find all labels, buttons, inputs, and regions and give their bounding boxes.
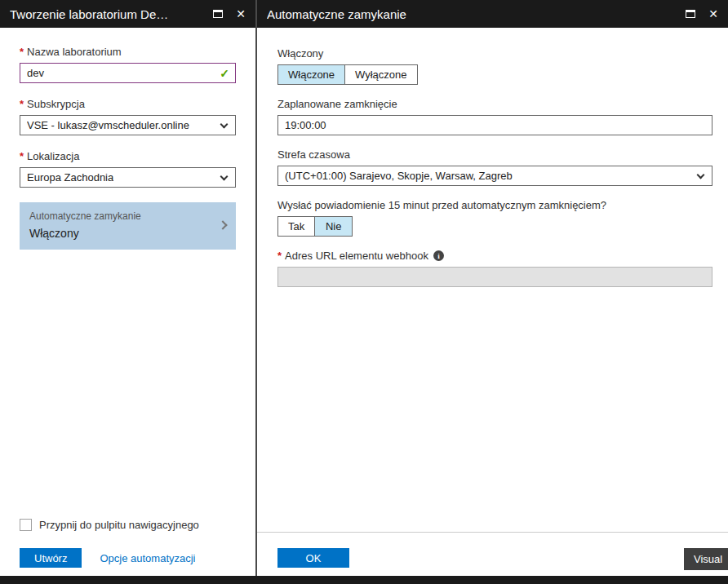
close-icon[interactable]: ✕ — [236, 8, 246, 20]
subscription-select[interactable]: VSE - lukasz@vmscheduler.online — [20, 115, 236, 135]
chevron-down-icon — [697, 171, 705, 179]
notification-label: Wysłać powiadomienie 15 minut przed auto… — [277, 199, 712, 211]
enabled-option-on[interactable]: Włączone — [277, 64, 345, 85]
enabled-group: Włączony Włączone Wyłączone — [277, 47, 712, 85]
create-lab-panel: Tworzenie laboratorium De… ✕ * Nazwa lab… — [0, 0, 255, 576]
autoshutdown-form: Włączony Włączone Wyłączone Zaplanowane … — [257, 28, 728, 287]
right-header-icons: ✕ — [686, 8, 718, 20]
autoshutdown-panel-header: Automatyczne zamykanie ✕ — [257, 0, 728, 28]
create-button[interactable]: Utwórz — [20, 548, 82, 568]
required-marker: * — [20, 98, 24, 110]
close-icon[interactable]: ✕ — [708, 8, 718, 20]
valid-check-icon: ✓ — [220, 67, 229, 80]
timezone-label: Strefa czasowa — [277, 148, 712, 161]
notification-group: Wysłać powiadomienie 15 minut przed auto… — [277, 199, 712, 237]
pin-to-dashboard-checkbox[interactable] — [20, 519, 32, 531]
autoshutdown-panel: Automatyczne zamykanie ✕ Włączony Włączo… — [257, 0, 728, 576]
ok-button[interactable]: OK — [277, 548, 349, 568]
required-marker: * — [20, 46, 24, 58]
create-lab-panel-header: Tworzenie laboratorium De… ✕ — [0, 0, 255, 28]
pin-to-dashboard-label: Przypnij do pulpitu nawigacyjnego — [39, 519, 199, 531]
bottom-bar — [0, 576, 728, 584]
lab-name-label: * Nazwa laboratorium — [20, 46, 236, 58]
visual-studio-feedback-tab[interactable]: Visual — [684, 548, 728, 570]
chevron-right-icon — [218, 220, 227, 229]
create-lab-form: * Nazwa laboratorium ✓ * Subskrypcja VSE… — [0, 28, 255, 250]
shutdown-time-label: Zaplanowane zamknięcie — [277, 98, 712, 110]
chevron-down-icon — [220, 173, 229, 181]
enabled-toggle: Włączone Wyłączone — [277, 64, 418, 85]
lab-name-group: * Nazwa laboratorium ✓ — [20, 46, 236, 83]
enabled-option-off[interactable]: Wyłączone — [345, 64, 417, 85]
location-group: * Lokalizacja Europa Zachodnia — [20, 150, 236, 188]
info-icon[interactable]: i — [433, 250, 444, 261]
autoshutdown-footer: OK — [277, 548, 349, 568]
notification-option-no[interactable]: Nie — [315, 216, 353, 237]
webhook-url-input[interactable] — [277, 267, 712, 287]
left-header-icons: ✕ — [213, 8, 246, 20]
maximize-icon[interactable] — [686, 10, 695, 18]
pin-to-dashboard-row: Przypnij do pulpitu nawigacyjnego — [20, 519, 199, 531]
subscription-label: * Subskrypcja — [20, 98, 236, 110]
notification-toggle: Tak Nie — [277, 216, 353, 237]
create-lab-footer: Utwórz Opcje automatyzacji — [20, 548, 196, 568]
webhook-label: * Adres URL elementu webhook i — [277, 250, 712, 262]
subscription-group: * Subskrypcja VSE - lukasz@vmscheduler.o… — [20, 98, 236, 135]
chevron-down-icon — [220, 121, 229, 129]
webhook-group: * Adres URL elementu webhook i — [277, 250, 712, 287]
autoshutdown-tile-value: Włączony — [29, 227, 215, 240]
notification-option-yes[interactable]: Tak — [277, 216, 315, 237]
timezone-select[interactable]: (UTC+01:00) Sarajevo, Skopje, Warsaw, Za… — [277, 166, 712, 186]
required-marker: * — [20, 150, 24, 162]
autoshutdown-tile-title: Automatyczne zamykanie — [29, 210, 215, 222]
azure-blade-workspace: Tworzenie laboratorium De… ✕ * Nazwa lab… — [0, 0, 728, 584]
shutdown-time-group: Zaplanowane zamknięcie — [277, 98, 712, 135]
timezone-group: Strefa czasowa (UTC+01:00) Sarajevo, Sko… — [277, 148, 712, 186]
maximize-icon[interactable] — [213, 10, 223, 18]
footer-divider — [257, 532, 728, 533]
location-label: * Lokalizacja — [20, 150, 236, 162]
shutdown-time-input[interactable] — [277, 115, 712, 135]
automation-options-link[interactable]: Opcje automatyzacji — [100, 552, 195, 564]
location-select[interactable]: Europa Zachodnia — [20, 167, 236, 188]
page-title: Tworzenie laboratorium De… — [10, 7, 213, 21]
page-title: Automatyczne zamykanie — [267, 7, 686, 21]
enabled-label: Włączony — [277, 47, 712, 60]
lab-name-input[interactable] — [20, 63, 236, 83]
autoshutdown-tile[interactable]: Automatyczne zamykanie Włączony — [20, 202, 236, 250]
required-marker: * — [277, 250, 282, 262]
